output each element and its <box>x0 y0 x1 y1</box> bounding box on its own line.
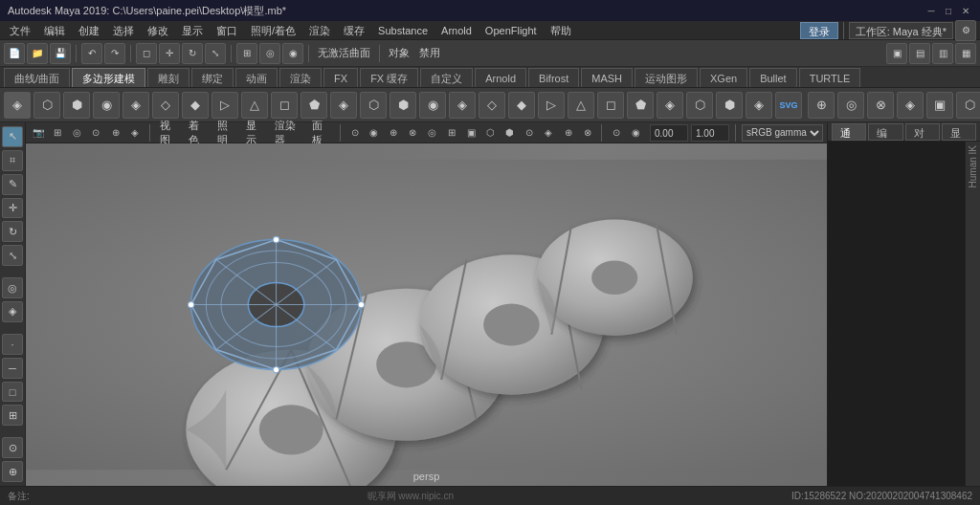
render-icons-r3[interactable]: ▥ <box>932 43 953 64</box>
vt-icon-i[interactable]: ⬢ <box>501 123 518 143</box>
view-icon-5[interactable]: ⊕ <box>107 123 123 143</box>
view-menu-show[interactable]: 显示 <box>242 119 268 147</box>
edge-tool[interactable]: ─ <box>2 358 23 379</box>
shelf-icon-22[interactable]: ◈ <box>657 92 683 119</box>
render-icons-r1[interactable]: ▣ <box>886 43 907 64</box>
rotate-tool[interactable]: ↻ <box>2 221 23 242</box>
shelf-icon-16[interactable]: ◇ <box>479 92 505 119</box>
workspace-label[interactable]: 工作区: Maya 经典* <box>849 22 953 39</box>
scale-tool[interactable]: ⤡ <box>2 245 23 266</box>
tab-turtle[interactable]: TURTLE <box>799 68 861 87</box>
vt-icon-c[interactable]: ⊕ <box>386 123 402 143</box>
login-button[interactable]: 登录 <box>800 22 838 39</box>
shelf-icon-5[interactable]: ◇ <box>152 92 179 119</box>
undo-btn[interactable]: ↶ <box>81 43 102 64</box>
shelf-icon-4[interactable]: ◈ <box>122 92 149 119</box>
sculpt-brush[interactable]: ⊙ <box>2 437 23 458</box>
shelf-icon-extra-3[interactable]: ⊗ <box>867 92 894 119</box>
tab-rig[interactable]: 绑定 <box>191 68 234 87</box>
menu-edit[interactable]: 编辑 <box>38 21 71 40</box>
uv-tool[interactable]: ⊞ <box>2 405 23 426</box>
save-file-btn[interactable]: 💾 <box>50 43 71 64</box>
vt-icon-k[interactable]: ◈ <box>541 123 557 143</box>
shelf-icon-3[interactable]: ◉ <box>93 92 120 119</box>
tab-bifrost[interactable]: Bifrost <box>528 68 579 87</box>
vt-icon-n[interactable]: ⊙ <box>608 123 624 143</box>
view-menu-panel[interactable]: 面板 <box>308 119 334 147</box>
vt-icon-a[interactable]: ⊙ <box>346 123 363 143</box>
show-manip-tool[interactable]: ◈ <box>2 301 23 322</box>
new-file-btn[interactable]: 📄 <box>4 43 25 64</box>
render-icons-r4[interactable]: ▦ <box>955 43 976 64</box>
vt-icon-b[interactable]: ◉ <box>366 123 382 143</box>
shelf-icon-17[interactable]: ◆ <box>508 92 535 119</box>
gamma-dropdown[interactable]: sRGB gamma Linear <box>742 124 823 142</box>
vt-icon-f[interactable]: ⊞ <box>443 123 459 143</box>
shelf-icon-12[interactable]: ⬡ <box>360 92 387 119</box>
tab-animation[interactable]: 动画 <box>235 68 278 87</box>
shelf-icon-10[interactable]: ⬟ <box>301 92 327 119</box>
menu-render[interactable]: 渲染 <box>303 21 336 40</box>
menu-file[interactable]: 文件 <box>4 21 36 40</box>
shelf-icon-11[interactable]: ◈ <box>330 92 357 119</box>
shelf-icon-6[interactable]: ◆ <box>182 92 209 119</box>
minimize-btn[interactable]: ─ <box>924 4 938 17</box>
redo-btn[interactable]: ↷ <box>104 43 125 64</box>
rotate-btn[interactable]: ↻ <box>182 43 203 64</box>
menu-substance[interactable]: Substance <box>372 21 434 40</box>
shelf-icon-18[interactable]: ▷ <box>538 92 565 119</box>
shelf-icon-7[interactable]: ▷ <box>212 92 238 119</box>
view-icon-cam[interactable]: 📷 <box>30 123 46 143</box>
shelf-icon-extra-6[interactable]: ⬡ <box>956 92 980 119</box>
right-tab-edit[interactable]: 编辑 <box>868 123 902 141</box>
menu-shading[interactable]: 照明/着色 <box>245 21 301 40</box>
tab-fx[interactable]: FX <box>323 68 358 87</box>
vt-icon-e[interactable]: ◎ <box>424 123 440 143</box>
snap-point-btn[interactable]: ◎ <box>259 43 280 64</box>
view-menu-shading[interactable]: 着色 <box>185 119 211 147</box>
menu-create[interactable]: 创建 <box>73 21 105 40</box>
paint-tool[interactable]: ✎ <box>2 174 23 195</box>
tab-arnold[interactable]: Arnold <box>475 68 526 87</box>
maximize-btn[interactable]: □ <box>942 4 955 17</box>
scale-btn[interactable]: ⤡ <box>205 43 226 64</box>
menu-select[interactable]: 选择 <box>107 21 140 40</box>
menu-display[interactable]: 显示 <box>176 21 209 40</box>
view-menu-renderer[interactable]: 渲染器 <box>271 119 305 147</box>
close-btn[interactable]: ✕ <box>959 4 972 17</box>
view-menu-view[interactable]: 视图 <box>156 119 182 147</box>
select-btn[interactable]: ◻ <box>136 43 157 64</box>
render-icons-r2[interactable]: ▤ <box>909 43 930 64</box>
shelf-icon-25[interactable]: ◈ <box>746 92 772 119</box>
view-menu-lighting[interactable]: 照明 <box>213 119 239 147</box>
menu-modify[interactable]: 修改 <box>142 21 174 40</box>
menu-arnold[interactable]: Arnold <box>435 21 478 40</box>
move-btn[interactable]: ✛ <box>159 43 180 64</box>
shelf-icon-svg[interactable]: SVG <box>775 92 802 119</box>
snap-view-btn[interactable]: ◉ <box>282 43 303 64</box>
vt-icon-j[interactable]: ⊙ <box>521 123 537 143</box>
open-file-btn[interactable]: 📁 <box>27 43 48 64</box>
shelf-icon-13[interactable]: ⬢ <box>390 92 416 119</box>
menu-cache[interactable]: 缓存 <box>338 21 370 40</box>
shelf-icon-1[interactable]: ⬡ <box>33 92 60 119</box>
shelf-icon-24[interactable]: ⬢ <box>716 92 743 119</box>
shelf-icon-14[interactable]: ◉ <box>419 92 446 119</box>
shelf-icon-0[interactable]: ◈ <box>4 92 31 119</box>
vt-icon-m[interactable]: ⊗ <box>579 123 595 143</box>
tab-motion-graphics[interactable]: 运动图形 <box>635 68 698 87</box>
select-tool[interactable]: ↖ <box>2 126 23 147</box>
shelf-icon-9[interactable]: ◻ <box>271 92 298 119</box>
view-icon-3[interactable]: ◎ <box>69 123 85 143</box>
tab-render[interactable]: 渲染 <box>279 68 322 87</box>
vt-icon-g[interactable]: ▣ <box>463 123 479 143</box>
right-tab-display[interactable]: 显示 <box>942 123 976 141</box>
vt-icon-o[interactable]: ◉ <box>628 123 644 143</box>
shelf-icon-2[interactable]: ⬢ <box>63 92 90 119</box>
view-icon-6[interactable]: ◈ <box>126 123 143 143</box>
tab-bullet[interactable]: Bullet <box>749 68 797 87</box>
tab-sculpt[interactable]: 雕刻 <box>147 68 189 87</box>
paint-skin[interactable]: ⊕ <box>2 461 23 482</box>
tab-xgen[interactable]: XGen <box>700 68 747 87</box>
tab-custom[interactable]: 自定义 <box>420 68 473 87</box>
